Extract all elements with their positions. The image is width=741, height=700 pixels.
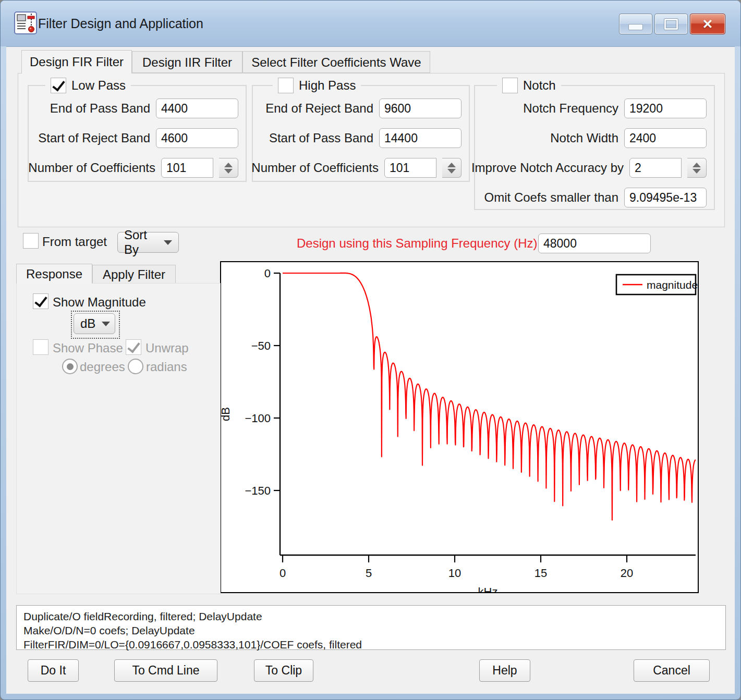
radians-label: radians	[146, 360, 187, 374]
cancel-button[interactable]: Cancel	[634, 659, 710, 682]
end-of-pass-band-label: End of Pass Band	[50, 99, 150, 118]
end-of-reject-band-label: End of Reject Band	[265, 99, 373, 118]
tab-label: Design FIR Filter	[30, 55, 124, 69]
svg-text:−100: −100	[245, 412, 271, 425]
stepper-down-icon	[693, 169, 701, 174]
svg-text:15: 15	[535, 567, 547, 580]
svg-text:10: 10	[448, 567, 461, 580]
degrees-radio[interactable]	[62, 359, 78, 374]
tab-apply-filter[interactable]: Apply Filter	[92, 265, 176, 284]
unwrap-checkbox[interactable]	[126, 339, 141, 355]
maximize-icon	[664, 19, 678, 30]
end-of-reject-band-input[interactable]	[379, 99, 461, 118]
tab-select-filter-coefficients-wave[interactable]: Select Filter Coefficients Wave	[242, 51, 430, 73]
notch-group: Notch Notch Frequency Notch Width Improv…	[474, 85, 715, 210]
magnitude-response-chart: 0−50−100−15005101520kHzdBmagnitude	[220, 261, 699, 593]
history-line: Make/O/D/N=0 coefs; DelayUpdate	[23, 623, 719, 637]
hp-num-coefficients-stepper[interactable]	[442, 158, 461, 178]
hp-num-coefficients-label: Number of Coefficients	[251, 158, 379, 178]
svg-text:0: 0	[264, 267, 271, 280]
svg-text:20: 20	[621, 567, 633, 580]
close-icon: ✕	[702, 15, 713, 33]
window-title: Filter Design and Application	[38, 1, 203, 46]
show-phase-checkbox[interactable]	[33, 339, 48, 355]
do-it-button[interactable]: Do It	[28, 659, 79, 682]
stepper-up-icon	[224, 163, 233, 167]
low-pass-checkbox[interactable]	[51, 78, 66, 93]
start-of-reject-band-label: Start of Reject Band	[38, 128, 150, 148]
sampling-frequency-label: Design using this Sampling Frequency (Hz…	[297, 236, 538, 251]
tab-label: Apply Filter	[103, 267, 165, 281]
omit-coefs-input[interactable]	[624, 188, 707, 207]
tab-design-fir-filter[interactable]: Design FIR Filter	[21, 50, 132, 73]
sampling-frequency-input[interactable]	[538, 234, 651, 253]
svg-text:−150: −150	[245, 484, 271, 497]
svg-text:5: 5	[366, 567, 372, 580]
lp-num-coefficients-label: Number of Coefficients	[28, 158, 155, 178]
chevron-down-icon	[102, 322, 110, 326]
stepper-down-icon	[447, 169, 456, 174]
title-bar[interactable]: Filter Design and Application ✕	[1, 1, 740, 46]
unwrap-label: Unwrap	[145, 341, 189, 355]
minimize-button[interactable]	[619, 14, 652, 34]
sort-by-value: Sort By	[124, 228, 157, 257]
improve-notch-accuracy-input[interactable]	[629, 158, 682, 178]
tab-design-iir-filter[interactable]: Design IIR Filter	[132, 51, 242, 73]
minimize-icon	[628, 24, 643, 30]
to-clip-button[interactable]: To Clip	[254, 659, 313, 682]
notch-frequency-input[interactable]	[624, 99, 707, 118]
notch-width-label: Notch Width	[550, 128, 618, 148]
to-cmd-line-button[interactable]: To Cmd Line	[114, 659, 217, 682]
omit-coefs-label: Omit Coefs smaller than	[484, 188, 618, 207]
filter-design-dialog: Filter Design and Application ✕ Design F…	[0, 0, 741, 700]
from-target-label: From target	[42, 235, 107, 249]
notch-label: Notch	[523, 78, 556, 93]
notch-width-input[interactable]	[624, 128, 707, 148]
high-pass-checkbox[interactable]	[278, 78, 294, 93]
notch-frequency-label: Notch Frequency	[523, 99, 618, 118]
low-pass-group: Low Pass End of Pass Band Start of Rejec…	[28, 85, 247, 182]
tab-label: Response	[26, 267, 82, 281]
low-pass-label: Low Pass	[71, 78, 126, 93]
stepper-up-icon	[693, 163, 701, 167]
tab-label: Select Filter Coefficients Wave	[251, 55, 421, 69]
notch-checkbox[interactable]	[502, 78, 518, 93]
start-of-reject-band-input[interactable]	[156, 128, 238, 148]
svg-text:−50: −50	[251, 339, 271, 352]
lp-num-coefficients-input[interactable]	[161, 158, 213, 178]
chevron-down-icon	[164, 240, 172, 245]
improve-notch-accuracy-label: Improve Notch Accuracy by	[471, 158, 624, 178]
history-line: FilterFIR/DIM=0/LO={0.0916667,0.0958333,…	[23, 637, 719, 652]
svg-text:0: 0	[280, 567, 286, 580]
start-of-pass-band-input[interactable]	[379, 128, 461, 148]
end-of-pass-band-input[interactable]	[156, 99, 238, 118]
start-of-pass-band-label: Start of Pass Band	[269, 128, 373, 148]
show-magnitude-checkbox[interactable]	[33, 293, 48, 309]
app-icon	[14, 11, 37, 34]
tab-response[interactable]: Response	[16, 264, 92, 284]
history-line: Duplicate/O fieldRecording, filtered; De…	[23, 609, 719, 623]
high-pass-label: High Pass	[299, 78, 356, 93]
svg-text:dB: dB	[221, 407, 232, 421]
show-magnitude-label: Show Magnitude	[53, 295, 146, 310]
svg-text:kHz: kHz	[478, 585, 498, 592]
stepper-down-icon	[224, 169, 233, 174]
stepper-up-icon	[447, 163, 456, 167]
close-button[interactable]: ✕	[690, 14, 725, 34]
help-button[interactable]: Help	[479, 659, 530, 682]
units-value: dB	[80, 316, 95, 331]
show-phase-label: Show Phase	[53, 341, 123, 355]
units-dropdown[interactable]: dB	[74, 313, 115, 334]
radians-radio[interactable]	[128, 359, 143, 374]
lp-num-coefficients-stepper[interactable]	[219, 158, 238, 178]
hp-num-coefficients-input[interactable]	[384, 158, 436, 178]
tab-label: Design IIR Filter	[142, 55, 232, 69]
degrees-label: degrees	[80, 360, 125, 374]
from-target-checkbox[interactable]	[23, 233, 39, 249]
sort-by-dropdown[interactable]: Sort By	[117, 232, 179, 253]
window: Filter Design and Application ✕ Design F…	[0, 0, 741, 700]
improve-notch-accuracy-stepper[interactable]	[687, 158, 707, 178]
high-pass-group: High Pass End of Reject Band Start of Pa…	[252, 85, 470, 182]
maximize-button[interactable]	[654, 14, 688, 34]
svg-text:magnitude: magnitude	[647, 279, 698, 291]
